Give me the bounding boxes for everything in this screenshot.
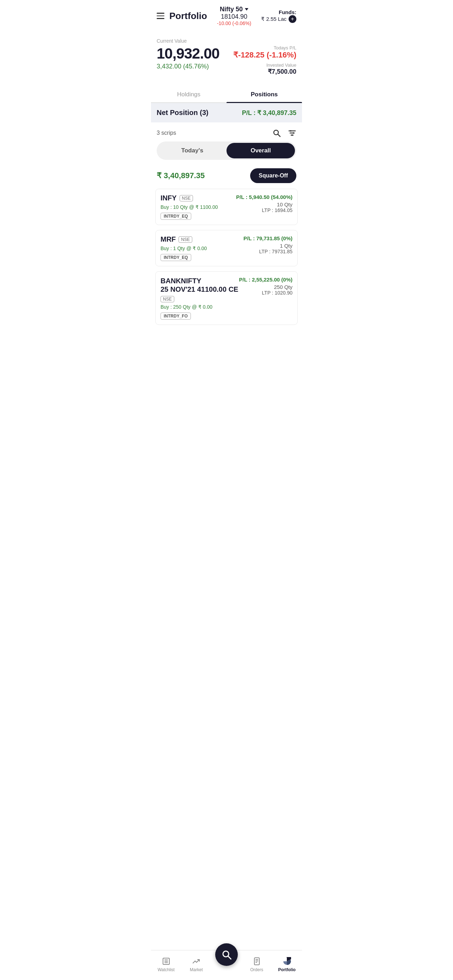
stock-left: BANKNIFTY 25 NOV'21 41100.00 CE NSE Buy …	[161, 277, 239, 320]
stock-pl: P/L : 2,55,225.00 (0%)	[239, 277, 292, 283]
exchange-badge: NSE	[178, 236, 192, 243]
funds-amount: ₹ 2.55 Lac	[261, 16, 286, 22]
stock-qty: 1 Qty	[243, 243, 292, 249]
chevron-down-icon	[245, 8, 248, 11]
stock-ltp: LTP : 79731.85	[243, 249, 292, 255]
toggle-row: Today's Overall	[151, 142, 302, 165]
exchange-badge: NSE	[161, 296, 174, 302]
invested-value: ₹7,500.00	[268, 68, 296, 75]
stock-tag: INTRDY_EQ	[161, 254, 191, 261]
stock-card-mrf: MRF NSE Buy : 1 Qty @ ₹ 0.00 INTRDY_EQ P…	[155, 230, 298, 266]
stock-left: MRF NSE Buy : 1 Qty @ ₹ 0.00 INTRDY_EQ	[161, 235, 243, 261]
filter-icon[interactable]	[288, 129, 296, 137]
nifty-value: 18104.90	[221, 13, 247, 21]
total-pl-value: ₹ 3,40,897.35	[157, 171, 205, 180]
net-position-title: Net Position (3)	[157, 109, 208, 117]
stock-right: P/L : 79,731.85 (0%) 1 Qty LTP : 79731.8…	[243, 235, 292, 255]
nifty-label[interactable]: Nifty 50	[220, 6, 248, 13]
tab-holdings[interactable]: Holdings	[151, 87, 227, 102]
header-right: Funds: ₹ 2.55 Lac	[261, 9, 296, 23]
nifty-name: Nifty 50	[220, 6, 243, 13]
scrips-icons	[272, 129, 296, 137]
header-left: Portfolio	[157, 11, 207, 22]
funds-label: Funds:	[279, 9, 296, 15]
stock-card-top: BANKNIFTY 25 NOV'21 41100.00 CE NSE Buy …	[161, 277, 292, 320]
stock-ltp: LTP : 1020.90	[239, 290, 292, 296]
current-value-label: Current Value	[157, 38, 296, 44]
stock-right: P/L : 5,940.50 (54.00%) 10 Qty LTP : 169…	[236, 194, 292, 213]
stock-name-line2: 25 NOV'21 41100.00 CE	[161, 285, 238, 294]
hamburger-icon[interactable]	[157, 13, 164, 19]
invested-label: Invested Value	[266, 62, 296, 68]
stock-card-top: MRF NSE Buy : 1 Qty @ ₹ 0.00 INTRDY_EQ P…	[161, 235, 292, 261]
stock-right: P/L : 2,55,225.00 (0%) 250 Qty LTP : 102…	[239, 277, 292, 296]
stock-card-top: INFY NSE Buy : 10 Qty @ ₹ 1100.00 INTRDY…	[161, 194, 292, 220]
scrips-count: 3 scrips	[157, 130, 176, 136]
toggle-overall-button[interactable]: Overall	[227, 143, 295, 158]
net-position-pl-value: ₹ 3,40,897.35	[257, 109, 296, 116]
current-value-amount: 10,932.00	[157, 45, 219, 62]
stock-pl: P/L : 79,731.85 (0%)	[243, 235, 292, 241]
stock-tag: INTRDY_EQ	[161, 213, 191, 220]
stock-left: INFY NSE Buy : 10 Qty @ ₹ 1100.00 INTRDY…	[161, 194, 236, 220]
nifty-change: -10.00 (-0.06%)	[217, 21, 251, 26]
funds-row: ₹ 2.55 Lac	[261, 15, 296, 23]
stock-buy-info: Buy : 250 Qty @ ₹ 0.00	[161, 304, 239, 310]
gain-value: 3,432.00 (45.76%)	[157, 63, 209, 70]
scrips-header: 3 scrips	[151, 123, 302, 142]
toggle-today-button[interactable]: Today's	[158, 143, 227, 158]
stock-qty: 250 Qty	[239, 284, 292, 290]
header: Portfolio Nifty 50 18104.90 -10.00 (-0.0…	[151, 0, 302, 30]
todays-pl-label: Todays P/L	[274, 45, 296, 51]
tabs: Holdings Positions	[151, 87, 302, 103]
summary-right: Todays P/L ₹-128.25 (-1.16%) Invested Va…	[233, 45, 296, 75]
svg-point-5	[290, 130, 291, 132]
net-position-pl-row: P/L : ₹ 3,40,897.35	[242, 109, 296, 117]
stock-name: MRF	[161, 235, 176, 243]
stock-name-row: MRF NSE	[161, 235, 243, 243]
toggle-container: Today's Overall	[157, 142, 296, 160]
tab-positions[interactable]: Positions	[227, 87, 302, 102]
summary-section: Current Value 10,932.00 3,432.00 (45.76%…	[151, 30, 302, 81]
todays-pl-value: ₹-128.25 (-1.16%)	[233, 51, 296, 60]
stock-ltp: LTP : 1694.05	[236, 207, 292, 213]
page-title: Portfolio	[169, 11, 207, 22]
search-icon[interactable]	[272, 129, 281, 137]
header-center: Nifty 50 18104.90 -10.00 (-0.06%)	[217, 6, 251, 26]
svg-line-1	[278, 134, 280, 137]
current-value-gain: 3,432.00 (45.76%)	[157, 63, 219, 70]
svg-point-7	[291, 134, 293, 136]
pl-action-row: ₹ 3,40,897.35 Square-Off	[151, 165, 302, 189]
stock-buy-info: Buy : 1 Qty @ ₹ 0.00	[161, 245, 243, 251]
stock-pl: P/L : 5,940.50 (54.00%)	[236, 194, 292, 200]
stock-tag: INTRDY_FO	[161, 313, 191, 320]
current-value-number: 10,932.00	[157, 45, 219, 62]
stock-name-line1: BANKNIFTY	[161, 277, 238, 285]
stock-name: INFY	[161, 194, 177, 202]
stock-qty: 10 Qty	[236, 201, 292, 207]
net-position-banner: Net Position (3) P/L : ₹ 3,40,897.35	[151, 103, 302, 123]
square-off-button[interactable]: Square-Off	[250, 168, 296, 183]
net-position-pl-label: P/L : ₹ 3,40,897.35	[242, 110, 296, 116]
stock-card-infy: INFY NSE Buy : 10 Qty @ ₹ 1100.00 INTRDY…	[155, 189, 298, 225]
stock-name-row: INFY NSE	[161, 194, 236, 202]
svg-point-6	[293, 132, 294, 134]
stock-name-row: BANKNIFTY 25 NOV'21 41100.00 CE	[161, 277, 239, 294]
exchange-badge: NSE	[180, 195, 193, 201]
stock-card-banknifty: BANKNIFTY 25 NOV'21 41100.00 CE NSE Buy …	[155, 271, 298, 325]
add-funds-button[interactable]	[289, 15, 296, 23]
stock-buy-info: Buy : 10 Qty @ ₹ 1100.00	[161, 204, 236, 210]
